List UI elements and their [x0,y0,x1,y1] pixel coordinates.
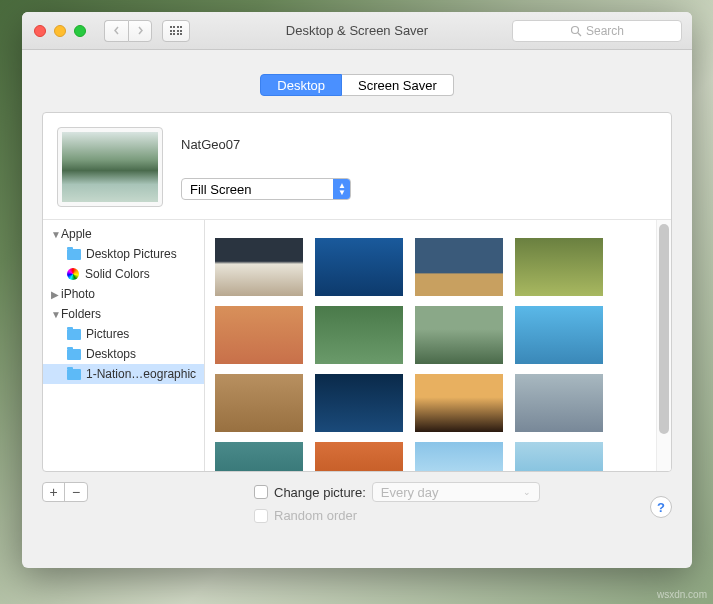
disclosure-right-icon: ▶ [51,289,61,300]
thumbnail[interactable] [215,374,303,432]
random-order-checkbox [254,509,268,523]
chevron-right-icon [137,26,144,35]
remove-folder-button[interactable]: − [65,483,87,501]
interval-select[interactable]: Every day ⌄ [372,482,540,502]
titlebar: Desktop & Screen Saver Search [22,12,692,50]
options: Change picture: Every day ⌄ Random order [254,482,540,529]
thumbnail[interactable] [515,442,603,471]
tree-item-desktops[interactable]: Desktops [43,344,204,364]
folder-icon [67,249,81,260]
color-wheel-icon [67,268,79,280]
disclosure-down-icon: ▼ [51,229,61,240]
thumbnail[interactable] [415,306,503,364]
watermark: wsxdn.com [657,589,707,600]
source-tree: ▼Apple Desktop Pictures Solid Colors ▶iP… [43,220,204,388]
thumbnail[interactable] [415,374,503,432]
wallpaper-name: NatGeo07 [181,137,657,152]
thumbnail[interactable] [515,306,603,364]
source-sidebar: ▼Apple Desktop Pictures Solid Colors ▶iP… [43,220,205,471]
help-button[interactable]: ? [650,496,672,518]
updown-icon: ⌄ [523,487,531,497]
search-placeholder: Search [586,24,624,38]
nav-buttons [104,20,152,42]
minimize-button[interactable] [54,25,66,37]
grid-icon [170,26,183,35]
add-remove-group: + − [42,482,88,502]
window-controls [22,25,86,37]
thumbnail[interactable] [315,442,403,471]
thumbnail[interactable] [215,306,303,364]
chevron-left-icon [113,26,120,35]
thumbnail[interactable] [315,238,403,296]
thumbnail[interactable] [515,238,603,296]
random-order-row: Random order [254,508,540,523]
bottom-controls: + − Change picture: Every day ⌄ Random o… [42,482,672,529]
random-order-label: Random order [274,508,357,523]
close-button[interactable] [34,25,46,37]
preview-area: NatGeo07 Fill Screen ▲▼ [43,113,671,207]
change-picture-checkbox[interactable] [254,485,268,499]
thumbnail[interactable] [215,238,303,296]
search-input[interactable]: Search [512,20,682,42]
thumbnail[interactable] [215,442,303,471]
tab-screensaver[interactable]: Screen Saver [342,74,454,96]
change-picture-label: Change picture: [274,485,366,500]
tabs: Desktop Screen Saver [42,74,672,96]
thumbnail[interactable] [415,238,503,296]
preview-thumbnail [57,127,163,207]
preview-info: NatGeo07 Fill Screen ▲▼ [181,127,657,207]
thumbnail[interactable] [415,442,503,471]
window-title: Desktop & Screen Saver [286,23,428,38]
add-folder-button[interactable]: + [43,483,65,501]
scrollbar-thumb[interactable] [659,224,669,434]
show-all-button[interactable] [162,20,190,42]
tree-group-iphoto[interactable]: ▶iPhoto [43,284,204,304]
fill-mode-select[interactable]: Fill Screen ▲▼ [181,178,351,200]
forward-button[interactable] [128,20,152,42]
tab-desktop[interactable]: Desktop [260,74,342,96]
thumbnail[interactable] [515,374,603,432]
preferences-window: Desktop & Screen Saver Search Desktop Sc… [22,12,692,568]
interval-value: Every day [381,485,439,500]
content: Desktop Screen Saver NatGeo07 Fill Scree… [22,50,692,541]
tree-item-solid-colors[interactable]: Solid Colors [43,264,204,284]
folder-icon [67,329,81,340]
thumbnail-grid [205,220,656,471]
updown-icon: ▲▼ [338,182,346,196]
scrollbar[interactable] [656,220,671,471]
tree-group-folders[interactable]: ▼Folders [43,304,204,324]
disclosure-down-icon: ▼ [51,309,61,320]
tree-item-pictures[interactable]: Pictures [43,324,204,344]
thumbnail[interactable] [315,306,403,364]
svg-point-0 [571,26,578,33]
back-button[interactable] [104,20,128,42]
zoom-button[interactable] [74,25,86,37]
search-icon [570,25,582,37]
fill-mode-value: Fill Screen [190,182,251,197]
preview-image [62,132,158,202]
main-panel: NatGeo07 Fill Screen ▲▼ ▼Apple Desktop P… [42,112,672,472]
tree-group-apple[interactable]: ▼Apple [43,224,204,244]
folder-icon [67,369,81,380]
folder-icon [67,349,81,360]
thumbnail[interactable] [315,374,403,432]
change-picture-row: Change picture: Every day ⌄ [254,482,540,502]
tree-item-national-geographic[interactable]: 1-Nation…eographic [43,364,204,384]
tree-item-desktop-pictures[interactable]: Desktop Pictures [43,244,204,264]
svg-line-1 [578,33,581,36]
